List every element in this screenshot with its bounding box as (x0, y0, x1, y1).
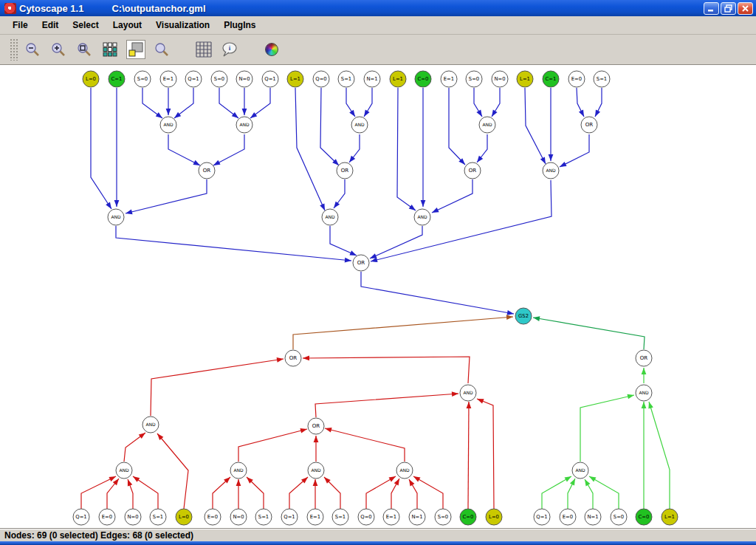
graph-node-g8-OR[interactable] (464, 162, 481, 179)
graph-node-b13-E=1[interactable] (383, 509, 399, 525)
graph-node-g7-OR[interactable] (337, 162, 353, 179)
graph-node-b14-N=1[interactable] (409, 509, 425, 525)
graph-edge-g10-g13[interactable] (116, 226, 351, 261)
toolbar-grip[interactable] (10, 38, 18, 61)
graph-node-t19-C=1[interactable] (543, 71, 559, 87)
graph-node-g9-AND[interactable] (543, 162, 559, 179)
graph-edge-g19-g17[interactable] (238, 429, 307, 462)
graph-edge-b5-g16[interactable] (157, 433, 188, 509)
graph-node-g18-AND[interactable] (116, 462, 132, 479)
graph-node-g2-AND[interactable] (236, 117, 252, 133)
graph-node-t17-N=0[interactable] (492, 71, 508, 87)
menu-file[interactable]: File (6, 18, 35, 32)
graph-node-t13-L=1[interactable] (390, 71, 406, 87)
graph-edge-t15-g8[interactable] (449, 88, 465, 165)
graph-edge-t18-g9[interactable] (525, 88, 546, 164)
graph-node-g16-AND[interactable] (142, 417, 159, 433)
birdseye-view-button[interactable] (126, 40, 145, 59)
graph-node-t10-Q=0[interactable] (313, 71, 329, 87)
graph-edge-g8-g12[interactable] (432, 179, 472, 213)
graph-node-g4-AND[interactable] (479, 117, 495, 133)
graph-node-b16-C=0[interactable] (460, 509, 476, 525)
graph-node-t4-E=1[interactable] (160, 71, 176, 87)
graph-node-t18-L=1[interactable] (517, 71, 533, 87)
menu-edit[interactable]: Edit (35, 18, 66, 32)
graph-node-b9-Q=1[interactable] (281, 509, 298, 525)
graph-edge-t13-g12[interactable] (397, 88, 416, 210)
graph-node-t8-Q=1[interactable] (262, 71, 278, 87)
graph-edge-b1-g18[interactable] (81, 476, 116, 509)
graph-node-t9-L=1[interactable] (287, 71, 303, 87)
zoom-in-button[interactable] (49, 40, 68, 59)
graph-node-b6-E=0[interactable] (205, 509, 221, 525)
graph-edge-b17-g15[interactable] (477, 399, 494, 509)
graph-node-g10-AND[interactable] (108, 209, 124, 225)
graph-node-b8-S=1[interactable] (255, 509, 272, 525)
title-bar[interactable]: Cytoscape 1.1 C:\outputanchor.gml (0, 0, 756, 16)
graph-edge-b16-g15[interactable] (468, 402, 469, 509)
graph-node-g24-AND[interactable] (572, 462, 588, 479)
graph-edge-b23-g23[interactable] (649, 402, 670, 509)
graph-edge-g9-g13[interactable] (371, 180, 551, 261)
menu-select[interactable]: Select (66, 18, 106, 32)
graph-node-t2-C=1[interactable] (109, 71, 125, 87)
graph-node-b15-S=0[interactable] (435, 509, 451, 525)
graph-node-g20-AND[interactable] (308, 462, 324, 479)
graph-edge-t1-g10[interactable] (91, 88, 111, 209)
vizmapper-button[interactable] (262, 40, 281, 59)
graph-node-g3-AND[interactable] (351, 117, 368, 133)
graph-node-b22-C=0[interactable] (636, 509, 652, 525)
graph-node-b23-L=1[interactable] (662, 509, 678, 525)
graph-node-b17-L=0[interactable] (486, 509, 502, 525)
graph-node-b3-N=0[interactable] (125, 509, 141, 525)
graph-node-t3-S=0[interactable] (134, 71, 151, 87)
graph-edge-g24-g23[interactable] (580, 395, 634, 462)
graph-edge-g11-g13[interactable] (330, 226, 357, 256)
fit-content-button[interactable] (100, 40, 120, 59)
zoom-region-button[interactable] (152, 40, 171, 59)
graph-node-b2-E=0[interactable] (99, 509, 115, 525)
graph-node-b5-L=0[interactable] (176, 509, 192, 525)
graph-node-g19-AND[interactable] (230, 462, 247, 479)
graph-node-b12-Q=0[interactable] (358, 509, 374, 525)
minimize-button[interactable] (704, 2, 719, 15)
graph-edge-t10-g7[interactable] (320, 88, 339, 165)
annotation-button[interactable]: i (220, 40, 239, 59)
zoom-selected-button[interactable] (75, 40, 94, 59)
graph-node-t12-N=1[interactable] (364, 71, 380, 87)
menu-layout[interactable]: Layout (106, 18, 149, 32)
graph-node-g6-OR[interactable] (199, 162, 215, 179)
graph-node-g23-AND[interactable] (636, 385, 652, 401)
graph-node-t1-L=0[interactable] (83, 71, 99, 87)
graph-node-b21-S=0[interactable] (611, 509, 627, 525)
graph-edge-g21-g17[interactable] (325, 428, 405, 462)
graph-node-t11-S=1[interactable] (338, 71, 354, 87)
graph-edge-g12-g13[interactable] (370, 226, 422, 258)
graph-node-g11-AND[interactable] (322, 209, 338, 225)
graph-node-g14-OR[interactable] (285, 350, 301, 366)
graph-edge-g14-a1[interactable] (293, 317, 513, 349)
graph-node-t14-C=0[interactable] (415, 71, 431, 87)
graph-node-g13-OR[interactable] (353, 255, 369, 271)
graph-node-g15-AND[interactable] (460, 385, 476, 401)
graph-node-b4-S=1[interactable] (150, 509, 166, 525)
graph-node-b11-S=1[interactable] (332, 509, 348, 525)
graph-edge-g16-g14[interactable] (151, 359, 284, 416)
grid-button[interactable] (194, 40, 213, 59)
graph-node-t21-S=1[interactable] (594, 71, 610, 87)
graph-node-b10-E=1[interactable] (307, 509, 323, 525)
graph-node-t5-Q=1[interactable] (185, 71, 202, 87)
graph-node-b19-E=0[interactable] (560, 509, 576, 525)
graph-edge-g13-a1[interactable] (361, 272, 514, 314)
graph-edge-g6-g10[interactable] (126, 179, 207, 213)
graph-edge-g22-a1[interactable] (533, 318, 645, 349)
graph-node-t16-S=0[interactable] (466, 71, 482, 87)
graph-node-t20-E=0[interactable] (568, 71, 585, 87)
graph-node-g21-AND[interactable] (396, 462, 413, 479)
graph-node-g22-OR[interactable] (636, 350, 652, 366)
graph-edge-g15-g14[interactable] (303, 357, 470, 383)
graph-edge-g17-g15[interactable] (315, 394, 458, 417)
graph-node-g12-AND[interactable] (414, 209, 430, 225)
graph-node-a1-GS2[interactable] (515, 308, 532, 324)
zoom-out-button[interactable] (23, 40, 42, 59)
